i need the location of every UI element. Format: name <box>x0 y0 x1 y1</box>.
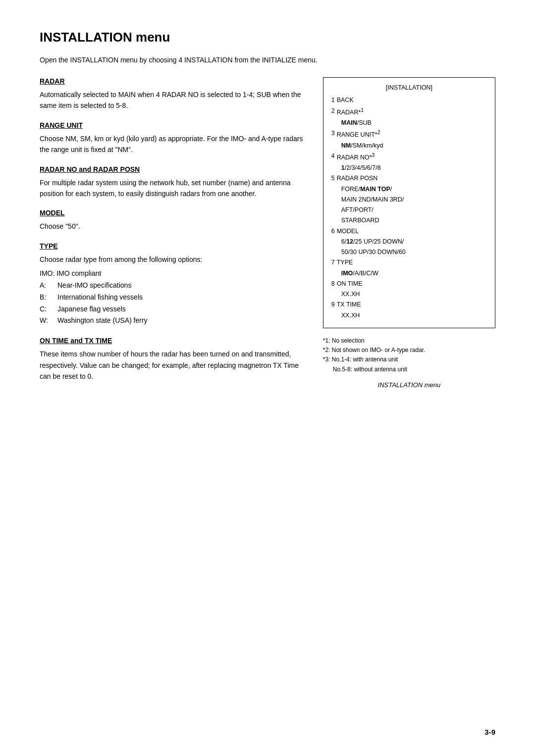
intro-text: Open the INSTALLATION menu by choosing 4… <box>40 55 495 65</box>
menu-sub-3: NM/SM/km/kyd <box>331 141 487 151</box>
menu-item-6: 6 MODEL <box>331 226 487 237</box>
menu-label-1: BACK <box>337 95 354 105</box>
menu-label-8: ON TIME <box>337 279 363 289</box>
footnote-2: *2: Not shown on IMO- or A-type radar. <box>323 346 495 355</box>
imo-label: IMO: IMO compliant <box>40 268 101 280</box>
menu-num-9: 9 <box>331 300 335 310</box>
menu-num-8: 8 <box>331 279 335 289</box>
page-number: 3-9 <box>484 728 495 736</box>
menu-sub-2: MAIN/SUB <box>331 118 487 128</box>
menu-num-4: 4 <box>331 151 335 163</box>
section-range-unit: RANGE UNIT Choose NM, SM, km or kyd (kil… <box>40 121 308 155</box>
section-type: TYPE Choose radar type from among the fo… <box>40 242 308 327</box>
imo-list: IMO: IMO compliant A: Near-IMO specifica… <box>40 268 308 327</box>
menu-num-6: 6 <box>331 226 335 237</box>
menu-label-4: RADAR NO*3 <box>337 151 375 163</box>
type-option-b: B: International fishing vessels <box>40 292 308 303</box>
type-value-w: Washington state (USA) ferry <box>57 315 148 327</box>
menu-sub-9: XX.XH <box>331 310 487 321</box>
menu-sub-5: FORE/MAIN TOP/ MAIN 2ND/MAIN 3RD/ AFT/PO… <box>331 184 487 226</box>
right-column: [INSTALLATION] 1 BACK 2 RADAR*1 MAIN/SUB… <box>323 77 495 392</box>
type-key-b: B: <box>40 292 54 303</box>
section-radar: RADAR Automatically selected to MAIN whe… <box>40 77 308 111</box>
menu-label-5: RADAR POSN <box>337 173 378 184</box>
menu-sub-4: 1/2/3/4/5/6/7/8 <box>331 163 487 173</box>
menu-item-7: 7 TYPE <box>331 257 487 268</box>
page-title: INSTALLATION menu <box>40 30 495 45</box>
left-column: RADAR Automatically selected to MAIN whe… <box>40 77 308 392</box>
menu-item-8: 8 ON TIME <box>331 279 487 289</box>
section-heading-radar: RADAR <box>40 77 308 85</box>
section-radar-no-posn: RADAR NO and RADAR POSN For multiple rad… <box>40 165 308 200</box>
menu-num-3: 3 <box>331 128 335 140</box>
menu-caption: INSTALLATION menu <box>323 381 495 389</box>
footnotes: *1: No selection *2: Not shown on IMO- o… <box>323 336 495 374</box>
type-option-c: C: Japanese flag vessels <box>40 303 308 315</box>
menu-box: [INSTALLATION] 1 BACK 2 RADAR*1 MAIN/SUB… <box>323 77 495 328</box>
menu-item-4: 4 RADAR NO*3 <box>331 151 487 163</box>
menu-label-9: TX TIME <box>337 300 361 310</box>
type-value-b: International fishing vessels <box>57 292 143 303</box>
section-body-radar-no-posn: For multiple radar system using the netw… <box>40 177 308 200</box>
menu-label-7: TYPE <box>337 257 353 268</box>
menu-num-1: 1 <box>331 95 335 105</box>
section-on-time-tx-time: ON TIME and TX TIME These items show num… <box>40 337 308 382</box>
menu-num-2: 2 <box>331 106 335 118</box>
type-key-w: W: <box>40 315 54 327</box>
menu-label-6: MODEL <box>337 226 359 237</box>
menu-sub-7: IMO/A/B/C/W <box>331 268 487 279</box>
menu-item-3: 3 RANGE UNIT*2 <box>331 128 487 140</box>
menu-num-5: 5 <box>331 173 335 184</box>
footnote-1: *1: No selection <box>323 336 495 346</box>
type-key-c: C: <box>40 303 54 315</box>
type-key-a: A: <box>40 280 54 292</box>
section-heading-on-time-tx-time: ON TIME and TX TIME <box>40 337 308 345</box>
section-body-model: Choose "50". <box>40 221 308 232</box>
type-option-a: A: Near-IMO specifications <box>40 280 308 292</box>
menu-box-title: [INSTALLATION] <box>331 83 487 93</box>
section-heading-radar-no-posn: RADAR NO and RADAR POSN <box>40 165 308 173</box>
menu-item-9: 9 TX TIME <box>331 300 487 310</box>
section-body-radar: Automatically selected to MAIN when 4 RA… <box>40 89 308 111</box>
section-heading-type: TYPE <box>40 242 308 250</box>
type-option-w: W: Washington state (USA) ferry <box>40 315 308 327</box>
menu-sub-8: XX.XH <box>331 289 487 300</box>
menu-item-1: 1 BACK <box>331 95 487 105</box>
section-model: MODEL Choose "50". <box>40 209 308 232</box>
type-value-c: Japanese flag vessels <box>57 303 126 315</box>
footnote-3: *3: No.1-4: with antenna unit No.5-8: wi… <box>323 355 495 374</box>
section-body-on-time-tx-time: These items show number of hours the rad… <box>40 349 308 382</box>
section-body-type: Choose radar type from among the followi… <box>40 254 308 265</box>
menu-label-2: RADAR*1 <box>337 106 364 118</box>
menu-label-3: RANGE UNIT*2 <box>337 128 380 140</box>
menu-sub-6: 6/12/25 UP/25 DOWN/ 50/30 UP/30 DOWN/60 <box>331 237 487 258</box>
type-value-a: Near-IMO specifications <box>57 280 131 292</box>
menu-num-7: 7 <box>331 257 335 268</box>
section-heading-model: MODEL <box>40 209 308 217</box>
section-body-range-unit: Choose NM, SM, km or kyd (kilo yard) as … <box>40 133 308 155</box>
menu-item-2: 2 RADAR*1 <box>331 106 487 118</box>
imo-compliant-label: IMO: IMO compliant <box>40 268 308 280</box>
section-heading-range-unit: RANGE UNIT <box>40 121 308 129</box>
menu-item-5: 5 RADAR POSN <box>331 173 487 184</box>
